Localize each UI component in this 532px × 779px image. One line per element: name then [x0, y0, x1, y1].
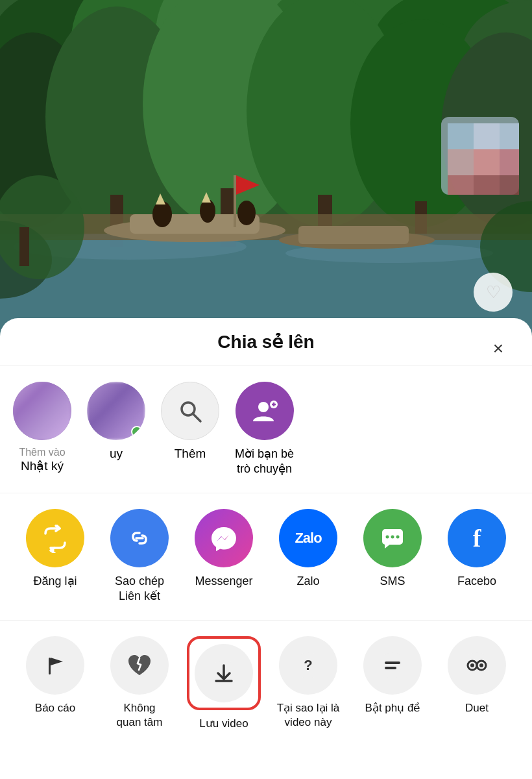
svg-rect-31	[298, 226, 409, 244]
facebook-icon-circle: f	[448, 509, 506, 567]
save-video-label: Lưu video	[199, 717, 248, 731]
svg-rect-37	[448, 123, 474, 149]
action-why[interactable]: ? Tại sao lại làvideo này	[266, 636, 350, 731]
broken-heart-icon	[126, 652, 153, 679]
action-save-video[interactable]: Lưu video	[182, 636, 266, 731]
svg-point-55	[391, 535, 394, 538]
svg-point-75	[479, 663, 483, 667]
sms-icon-circle	[363, 509, 422, 567]
friend-item-invite[interactable]: Mời bạn bètrò chuyện	[235, 382, 294, 477]
friend-label-more: Thêm	[175, 447, 206, 461]
action-repost[interactable]: Đăng lại	[13, 509, 97, 604]
facebook-label: Facebo	[457, 574, 496, 589]
report-icon-circle	[26, 636, 84, 695]
svg-point-68	[380, 652, 405, 678]
heart-icon[interactable]: ♡	[474, 273, 513, 312]
link-icon	[125, 524, 154, 552]
not-interested-label: Khôngquan tâm	[117, 701, 163, 730]
subtitles-label: Bật phụ đề	[365, 701, 420, 715]
duet-icon-circle	[448, 636, 506, 695]
zalo-icon-circle: Zalo	[279, 509, 337, 567]
svg-rect-70	[385, 667, 396, 669]
share-sheet: Chia sẻ lên × Thêm vào Nhật ký uy	[0, 318, 532, 779]
friend-label-1: Thêm vào Nhật ký	[19, 447, 65, 473]
svg-rect-39	[500, 123, 519, 149]
actions-row: Đăng lại Sao chépLiên kết	[0, 493, 532, 621]
video-background: ♡	[0, 0, 532, 338]
subtitles-icon	[378, 651, 407, 680]
messenger-label: Messenger	[195, 574, 252, 589]
svg-point-25	[152, 201, 172, 227]
action-copy-link[interactable]: Sao chépLiên kết	[97, 509, 182, 604]
sheet-title: Chia sẻ lên	[217, 331, 314, 352]
svg-rect-42	[500, 149, 519, 175]
report-label: Báo cáo	[35, 701, 75, 715]
svg-rect-43	[448, 175, 474, 195]
svg-rect-40	[448, 149, 474, 175]
duet-icon	[463, 651, 491, 680]
svg-point-48	[258, 402, 269, 412]
add-person-icon	[249, 395, 280, 427]
friends-row: Thêm vào Nhật ký uy Thêm	[0, 366, 532, 493]
svg-rect-44	[474, 175, 500, 195]
repost-icon-circle	[26, 509, 84, 567]
download-icon	[210, 659, 238, 687]
action-not-interested[interactable]: Khôngquan tâm	[97, 636, 182, 731]
why-label: Tại sao lại làvideo này	[277, 701, 340, 730]
action-messenger[interactable]: Messenger	[182, 509, 266, 604]
friend-avatar-2	[87, 382, 145, 440]
svg-rect-41	[474, 149, 500, 175]
why-icon-circle: ?	[279, 636, 337, 695]
zalo-label: Zalo	[296, 574, 319, 589]
friend-item-more[interactable]: Thêm	[161, 382, 219, 477]
friend-label-2: uy	[110, 447, 123, 461]
action-report[interactable]: Báo cáo	[13, 636, 97, 731]
svg-rect-38	[474, 123, 500, 149]
duet-label: Duet	[465, 701, 489, 715]
friend-avatar-more	[161, 382, 219, 440]
friend-item-diary[interactable]: Thêm vào Nhật ký	[13, 382, 71, 477]
friend-label-invite: Mời bạn bètrò chuyện	[235, 447, 294, 477]
subtitles-icon-circle	[363, 636, 422, 695]
svg-rect-23	[234, 175, 236, 227]
repost-icon	[40, 523, 70, 553]
svg-rect-35	[19, 227, 29, 266]
copy-link-label: Sao chépLiên kết	[115, 574, 164, 604]
svg-rect-58	[49, 658, 51, 674]
friend-item-2[interactable]: uy	[87, 382, 145, 477]
action-facebook[interactable]: f Facebo	[435, 509, 519, 604]
action-sms[interactable]: SMS	[350, 509, 435, 604]
friend-avatar-1	[13, 382, 71, 440]
save-video-icon-circle	[195, 644, 253, 702]
svg-line-47	[193, 414, 200, 421]
svg-rect-45	[500, 175, 519, 195]
svg-point-56	[396, 535, 400, 538]
action-duet[interactable]: Duet	[435, 636, 519, 731]
question-icon: ?	[294, 651, 322, 680]
repost-label: Đăng lại	[33, 574, 77, 589]
action-zalo[interactable]: Zalo Zalo	[266, 509, 350, 604]
not-interested-icon-circle	[110, 636, 169, 695]
friend-avatar-invite	[236, 382, 294, 440]
messenger-icon	[209, 523, 239, 553]
flag-icon	[42, 652, 68, 678]
save-video-highlight	[187, 636, 261, 710]
sms-label: SMS	[380, 574, 405, 589]
sheet-header: Chia sẻ lên ×	[0, 331, 532, 366]
svg-point-26	[200, 199, 215, 223]
bottom-actions-row: Báo cáo Khôngquan tâm	[0, 621, 532, 747]
svg-point-74	[470, 663, 474, 667]
copy-link-icon-circle	[110, 509, 169, 567]
messenger-icon-circle	[195, 509, 253, 567]
sms-icon	[378, 524, 407, 552]
search-icon	[176, 397, 204, 425]
svg-text:?: ?	[304, 657, 312, 673]
action-subtitles[interactable]: Bật phụ đề	[350, 636, 435, 731]
svg-point-54	[386, 535, 389, 538]
svg-point-27	[237, 201, 256, 225]
svg-marker-59	[51, 658, 63, 665]
svg-rect-69	[385, 662, 400, 664]
close-button[interactable]: ×	[484, 334, 513, 363]
